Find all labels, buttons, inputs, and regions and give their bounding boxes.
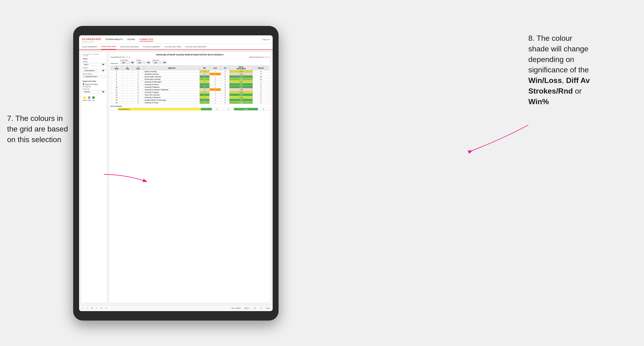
school-input[interactable]: [82, 75, 105, 78]
region-filter-select[interactable]: (All): [136, 61, 150, 64]
td-rounds: 8: [253, 86, 269, 88]
radio-opponents-played[interactable]: Opponents Played: [82, 83, 105, 85]
radio-group: Opponents Played Top 100: [82, 83, 105, 87]
tool-btn-3[interactable]: ⊕: [100, 307, 103, 310]
table-row: 10 - 5 University of Alabama 3 0 0 2.61 …: [111, 86, 269, 88]
td-team: Georgia Institute of Technology: [144, 99, 200, 101]
table-row: 14 - 2 University of Oklahoma 1 1 0 -1.0…: [111, 96, 269, 99]
td-reg: -: [122, 78, 132, 81]
td-rank: 11: [111, 88, 122, 91]
td-rounds: 2: [253, 83, 269, 86]
td-rounds: 9: [253, 94, 269, 96]
td-rounds: 6: [253, 96, 269, 99]
td-rounds: 8: [253, 73, 269, 75]
grid-record: Overall Record: 89 - 17 - 0 Division Rec…: [110, 56, 269, 58]
th-conf: #Conf: [132, 66, 144, 70]
td-team: University of Florida: [144, 101, 200, 104]
nav-tournaments[interactable]: TOURNAMENTS: [105, 38, 123, 41]
td-rounds: 3: [253, 88, 269, 91]
td-team: University of Alabama: [144, 86, 200, 88]
tool-btn-2[interactable]: ✂: [95, 307, 98, 310]
redo-btn[interactable]: ↪: [86, 307, 88, 310]
td-team: Texas Tech University: [144, 94, 200, 96]
td-rounds: 16: [253, 75, 269, 78]
sub-nav-player-summary[interactable]: PLAYER SUMMARY: [143, 44, 160, 49]
gender-select[interactable]: Men's: [82, 63, 105, 66]
region-filter-label: Region: [136, 59, 150, 61]
opponent-filter-select[interactable]: (All): [152, 61, 167, 64]
td-tie: 0: [221, 99, 230, 101]
watch-btn[interactable]: Watch ▾: [244, 307, 251, 310]
undo-btn[interactable]: ↩: [81, 307, 84, 310]
data-table: #Rank #Reg #Conf Opponent Win Loss Tie D…: [110, 65, 269, 104]
td-conf: 2: [132, 101, 144, 104]
table-row: 8 - 2 University of Washington 1 0 0 3.6…: [111, 81, 269, 83]
present-btn[interactable]: ⊡: [260, 307, 262, 310]
td-win: 1: [200, 81, 210, 83]
td-rank: 15: [111, 99, 122, 101]
table-row: 3 - 2 Vanderbilt University 0 4 0 -2.29 …: [111, 73, 269, 75]
td-tie: 0: [221, 78, 230, 81]
colour-by-select[interactable]: Win/loss: [82, 90, 105, 93]
out-of-division-table: NCAA Division II 1 0 0 26.00 3: [110, 108, 269, 111]
td-loss: 1: [210, 70, 221, 73]
td-reg: -: [122, 99, 132, 101]
td-tie: 0: [221, 75, 230, 78]
td-loss: 2: [210, 78, 221, 81]
td-conf: 2: [132, 78, 144, 81]
td-conf: 6: [132, 88, 144, 91]
division-select[interactable]: NCAA Division I: [82, 69, 105, 72]
td-loss: 0: [212, 108, 223, 111]
table-row: 13 - 1 Texas Tech University 3 0 0 5.56 …: [111, 94, 269, 96]
td-tie: 0: [221, 70, 230, 73]
sub-nav-team-h2h-grid[interactable]: TEAM H2H GRID: [101, 44, 116, 49]
nav-committee[interactable]: COMMITTEE: [140, 38, 154, 41]
td-loss: 1: [210, 88, 221, 91]
table-header-row: #Rank #Reg #Conf Opponent Win Loss Tie D…: [111, 66, 269, 70]
logo: SCOREBOARD Powered by clippd: [82, 37, 105, 42]
team-section-title: Team: [82, 58, 105, 60]
comment-btn[interactable]: 💬: [254, 307, 257, 310]
td-division: NCAA Division II: [118, 108, 201, 111]
sub-nav-player-h2h-heatmap[interactable]: PLAYER H2H HEATMAP: [185, 44, 206, 49]
td-team: University of Arkansas, Fayetteville: [144, 88, 200, 91]
filter-opponent-group: Opponent (All): [152, 59, 167, 64]
td-team: University of Oklahoma: [144, 96, 200, 99]
td-diff: 2.61: [229, 86, 252, 88]
sub-nav-player-h2h-grid[interactable]: PLAYER H2H GRID: [164, 44, 181, 49]
out-of-division-row: NCAA Division II 1 0 0 26.00 3: [111, 108, 269, 111]
sub-nav-team-h2h-heatmap[interactable]: TEAM H2H HEATMAP: [120, 44, 139, 49]
tool-btn-1[interactable]: ⊞: [90, 307, 93, 310]
sign-out-link[interactable]: | Sign out: [262, 38, 270, 40]
table-row: 6 - 2 Florida State University 4 2 0 1.8…: [111, 78, 269, 81]
td-conf: 4: [132, 99, 144, 101]
share-btn[interactable]: Share: [265, 307, 271, 309]
td-win: 0: [200, 88, 210, 91]
out-of-division-label: Out of division: [110, 105, 269, 107]
opponent-view-title: Opponent View: [82, 80, 105, 82]
td-reg: -: [122, 88, 132, 91]
nav-teams[interactable]: TEAMS: [127, 38, 135, 41]
filter-row: Opponents: Conference (All) Region (All): [110, 59, 269, 64]
td-reg: -: [122, 86, 132, 88]
sub-nav-team-summary[interactable]: TEAM SUMMARY: [82, 44, 97, 49]
conference-filter-select[interactable]: (All): [120, 61, 134, 64]
radio-top100[interactable]: Top 100: [82, 86, 105, 87]
td-conf: 5: [132, 86, 144, 88]
nav-links: TOURNAMENTS TEAMS COMMITTEE: [105, 38, 262, 41]
annotation-left: 7. The colours in the grid are based on …: [7, 113, 76, 145]
table-row: 15 - 4 Georgia Institute of Technology 5…: [111, 99, 269, 101]
sub-nav: TEAM SUMMARY TEAM H2H GRID TEAM H2H HEAT…: [79, 44, 273, 50]
toolbar-view: View: Original Watch ▾ 💬 ⊡ Share: [231, 307, 271, 310]
td-loss: 0: [210, 86, 221, 88]
td-conf: 1: [132, 83, 144, 86]
td-tie: 0: [221, 83, 230, 86]
td-diff: 2.33: [229, 91, 252, 94]
td-tie: 0: [221, 88, 230, 91]
td-conf: 2: [132, 81, 144, 83]
td-reg: -: [122, 83, 132, 86]
th-loss: Loss: [210, 66, 221, 70]
filter-conference: Opponents:: [110, 63, 118, 64]
td-diff: 1.83: [229, 78, 252, 81]
tool-btn-4[interactable]: ⏱: [104, 307, 108, 309]
